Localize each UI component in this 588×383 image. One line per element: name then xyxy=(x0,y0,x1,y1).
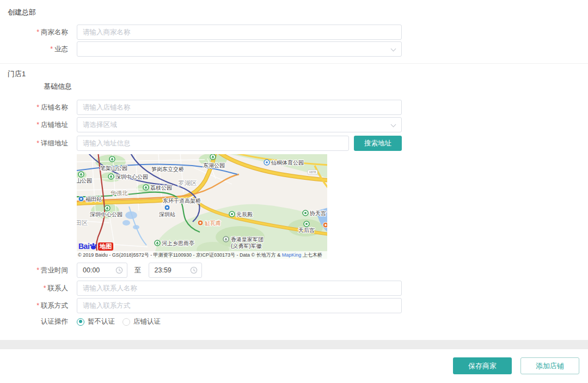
map-label: 天后宫 xyxy=(298,227,315,233)
sport-poi-icon xyxy=(264,160,270,165)
business-type-select-input[interactable] xyxy=(77,41,402,57)
park-poi-icon xyxy=(105,205,110,211)
section-title-store: 门店1 xyxy=(8,69,26,79)
hours-separator: 至 xyxy=(134,266,142,275)
radio-selected-icon[interactable] xyxy=(77,318,84,326)
business-type-label: *业态 xyxy=(0,45,68,54)
map-attribution: © 2019 Baidu - GS(2018)5572号 - 甲测资字11009… xyxy=(77,251,327,259)
merchant-name-input[interactable] xyxy=(77,25,402,40)
detail-address-label: *详细地址 xyxy=(0,139,68,148)
business-hours-row: *营业时间 至 xyxy=(0,263,202,278)
park-poi-icon xyxy=(108,174,114,179)
contact-person-row: *联系人 xyxy=(0,281,402,296)
required-mark: * xyxy=(36,139,39,147)
required-mark: * xyxy=(36,121,39,129)
baidu-logo: Bai 地图 xyxy=(78,241,113,251)
baidu-map[interactable]: 笔架山公园深圳中心公园山公园荔枝公园东湖公园仙桐体育公园罗湖区华强北福田站笋岗东… xyxy=(77,154,327,259)
radio-unselected-icon[interactable] xyxy=(122,318,130,326)
map-label: 协天宫 xyxy=(309,210,326,216)
park-poi-icon xyxy=(155,240,160,246)
food-poi-icon xyxy=(198,220,203,226)
map-canvas: 笔架山公园深圳中心公园山公园荔枝公园东湖公园仙桐体育公园罗湖区华强北福田站笋岗东… xyxy=(77,154,327,259)
map-label: 香港皇家军团 xyxy=(231,236,264,242)
required-mark: * xyxy=(36,266,39,274)
footer-action-bar: 保存商家 添加店铺 xyxy=(0,349,588,383)
radio-no-auth[interactable]: 暂不认证 xyxy=(77,317,115,326)
baidu-logo-map-text: 地图 xyxy=(98,242,113,251)
store-address-select[interactable] xyxy=(77,117,402,132)
business-type-select[interactable] xyxy=(77,41,402,57)
required-mark: * xyxy=(50,45,53,53)
map-label: 深圳站 xyxy=(159,211,175,217)
metro-poi-icon xyxy=(164,205,170,210)
baidu-logo-text: Bai xyxy=(78,242,89,251)
form-panel: 创建总部 *商家名称 *业态 门店1 基础信息 *店铺名称 *店铺地址 xyxy=(0,0,588,340)
search-address-button[interactable]: 搜索地址 xyxy=(354,136,402,151)
auth-action-row: 认证操作 暂不认证 店铺认证 xyxy=(0,317,168,326)
required-mark: * xyxy=(36,28,39,36)
store-name-input[interactable] xyxy=(77,100,402,115)
mapking-link[interactable]: MapKing xyxy=(282,252,302,258)
store-name-row: *店铺名称 xyxy=(0,100,402,115)
store-address-row: *店铺地址 xyxy=(0,117,402,132)
business-hours-start xyxy=(77,263,127,278)
business-hours-end xyxy=(149,263,202,278)
map-label: 华强北 xyxy=(111,190,128,196)
detail-address-input[interactable] xyxy=(77,136,349,151)
detail-address-row: *详细地址 xyxy=(0,136,349,151)
metro-poi-icon xyxy=(78,196,84,202)
map-label: 山公园 xyxy=(77,178,92,184)
required-mark: * xyxy=(36,104,39,111)
landmark-poi-icon xyxy=(223,236,229,242)
add-store-button[interactable]: 添加店铺 xyxy=(520,357,579,374)
save-merchant-button[interactable]: 保存商家 xyxy=(453,357,512,374)
food-poi-icon xyxy=(323,222,327,228)
contact-method-row: *联系方式 xyxy=(0,298,402,313)
radio-no-auth-label: 暂不认证 xyxy=(88,317,115,326)
store-address-select-input[interactable] xyxy=(77,117,402,132)
map-label: 东湖公园 xyxy=(203,162,225,168)
page-background-band xyxy=(0,340,588,349)
map-label: 河上乡思雨亭 xyxy=(162,240,194,246)
park-poi-icon xyxy=(143,185,149,190)
business-hours-label: *营业时间 xyxy=(0,266,68,275)
required-mark: * xyxy=(44,284,46,292)
attribution-extra: 上七木桥 xyxy=(301,252,322,258)
map-label: 仙桐体育公园 xyxy=(271,160,304,166)
baidu-paw-icon xyxy=(89,242,97,250)
temple-poi-icon xyxy=(304,221,309,227)
contact-person-input[interactable] xyxy=(77,281,402,296)
attribution-text: © 2019 Baidu - GS(2018)5572号 - 甲测资字11009… xyxy=(78,252,282,258)
business-type-row: *业态 xyxy=(0,41,402,57)
map-label: 笔架山公园 xyxy=(100,165,127,171)
map-label: 深圳中心公园 xyxy=(90,211,122,217)
section-title-hq: 创建总部 xyxy=(8,8,36,17)
clock-icon[interactable] xyxy=(115,266,123,274)
required-mark: * xyxy=(36,302,39,309)
park-poi-icon xyxy=(78,172,84,177)
park-poi-icon xyxy=(210,154,216,160)
map-label: (义勇军)军徽 xyxy=(231,243,262,249)
map-label: 田区 xyxy=(77,220,88,226)
map-label: 福田站 xyxy=(85,196,102,202)
map-label: 元辰殿 xyxy=(236,211,253,217)
radio-store-auth[interactable]: 店铺认证 xyxy=(122,317,161,326)
section-divider xyxy=(0,63,588,64)
radio-store-auth-label: 店铺认证 xyxy=(133,317,161,326)
section-subtitle-basic-info: 基础信息 xyxy=(44,82,72,92)
store-address-label: *店铺地址 xyxy=(0,120,68,130)
merchant-name-row: *商家名称 xyxy=(0,25,402,40)
map-label: 东环干道高架桥 xyxy=(163,198,201,204)
contact-method-input[interactable] xyxy=(77,298,402,313)
store-name-label: *店铺名称 xyxy=(0,103,68,112)
merchant-name-label: *商家名称 xyxy=(0,28,68,37)
map-label: 荔枝公园 xyxy=(150,185,172,191)
clock-icon[interactable] xyxy=(190,266,198,274)
map-label: 缸瓦甫 xyxy=(205,220,221,226)
map-label: 罗湖区 xyxy=(178,180,197,186)
create-merchant-page: 创建总部 *商家名称 *业态 门店1 基础信息 *店铺名称 *店铺地址 xyxy=(0,0,588,383)
park-poi-icon xyxy=(109,156,115,162)
temple-poi-icon xyxy=(229,211,235,217)
auth-action-label: 认证操作 xyxy=(0,317,68,326)
map-label: 笋岗东立交桥 xyxy=(151,166,184,172)
